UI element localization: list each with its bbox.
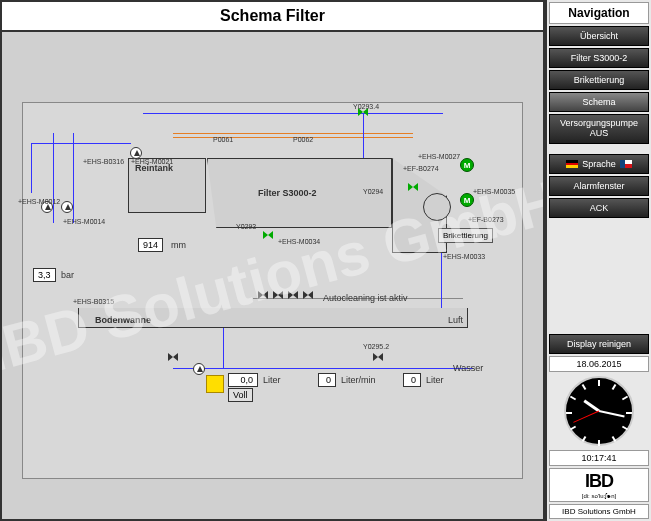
pump-bottom-icon bbox=[193, 363, 205, 375]
liter2-value: 0 bbox=[403, 373, 421, 387]
logo: IBD [di: so'lu:ʃən] bbox=[549, 468, 649, 502]
wasser-label: Wasser bbox=[453, 363, 483, 373]
liter-min-value: 0 bbox=[318, 373, 336, 387]
tag-ehs-b0316: +EHS-B0316 bbox=[83, 158, 124, 165]
tag-y0293: Y0293 bbox=[236, 223, 256, 230]
page-title: Schema Filter bbox=[220, 7, 325, 25]
tag-ef-b0274: +EF-B0274 bbox=[403, 165, 439, 172]
tag-ehs-m0014: +EHS-M0014 bbox=[63, 218, 105, 225]
nav-display-clean[interactable]: Display reinigen bbox=[549, 334, 649, 354]
brikettierung-button[interactable]: Brikettierung bbox=[438, 228, 493, 243]
liter-value: 0,0 bbox=[228, 373, 258, 387]
tag-ehs-m0034: +EHS-M0034 bbox=[278, 238, 320, 245]
pump-left2-icon bbox=[61, 201, 73, 213]
valve-row3[interactable] bbox=[288, 291, 298, 299]
schematic-canvas: IBD Solutions GmbH Reintank 914 bbox=[2, 32, 543, 519]
tag-y0295-2: Y0295.2 bbox=[363, 343, 389, 350]
motor-m0027: M bbox=[460, 158, 474, 172]
nav-ack[interactable]: ACK bbox=[549, 198, 649, 218]
tag-p0061: P0061 bbox=[213, 136, 233, 143]
bodenwanne-label: Bodenwanne bbox=[95, 315, 151, 325]
tag-p0062: P0062 bbox=[293, 136, 313, 143]
nav-filter[interactable]: Filter S3000-2 bbox=[549, 48, 649, 68]
tag-ehs-m0035: +EHS-M0035 bbox=[473, 188, 515, 195]
clock-minute-hand bbox=[599, 410, 625, 417]
drum-icon bbox=[423, 193, 451, 221]
valve-y0295-2[interactable] bbox=[373, 353, 383, 361]
nav-uebersicht[interactable]: Übersicht bbox=[549, 26, 649, 46]
liter-min-unit: Liter/min bbox=[341, 375, 376, 385]
tag-ehs-m0033: +EHS-M0033 bbox=[443, 253, 485, 260]
nav-title: Navigation bbox=[549, 2, 649, 24]
reintank-level-unit: mm bbox=[171, 240, 186, 250]
yellow-tank-icon bbox=[206, 375, 224, 393]
valve-row4[interactable] bbox=[303, 291, 313, 299]
valve-row2[interactable] bbox=[273, 291, 283, 299]
logo-subtext: [di: so'lu:ʃən] bbox=[552, 492, 646, 499]
valve-row1[interactable] bbox=[258, 291, 268, 299]
tag-ehs-m0027: +EHS-M0027 bbox=[418, 153, 460, 160]
flag-cz-icon bbox=[620, 160, 632, 168]
analog-clock bbox=[564, 376, 634, 446]
tag-ehs-m0012: +EHS-M0012 bbox=[18, 198, 60, 205]
diagram-frame: Reintank 914 mm Filter S3000-2 3,3 bar B… bbox=[22, 102, 523, 479]
clock-second-hand bbox=[573, 411, 599, 423]
tag-y0294: Y0294 bbox=[363, 188, 383, 195]
pressure-unit: bar bbox=[61, 270, 74, 280]
valve-y0294[interactable] bbox=[408, 183, 418, 191]
nav-schema[interactable]: Schema bbox=[549, 92, 649, 112]
tag-ef-b0273: +EF-B0273 bbox=[468, 216, 504, 223]
pressure-value: 3,3 bbox=[33, 268, 56, 282]
date-display: 18.06.2015 bbox=[549, 356, 649, 372]
nav-versorgungspumpe[interactable]: Versorgungspumpe AUS bbox=[549, 114, 649, 144]
liter2-unit: Liter bbox=[426, 375, 444, 385]
nav-brikettierung[interactable]: Brikettierung bbox=[549, 70, 649, 90]
autoclean-label: Autocleaning ist aktiv bbox=[323, 293, 408, 303]
title-bar: Schema Filter bbox=[2, 2, 543, 32]
reintank: Reintank bbox=[128, 158, 206, 213]
voll-indicator: Voll bbox=[228, 388, 253, 402]
nav-alarm[interactable]: Alarmfenster bbox=[549, 176, 649, 196]
motor-m0035: M bbox=[460, 193, 474, 207]
tag-y0293-4: Y0293.4 bbox=[353, 103, 379, 110]
valve-y0293[interactable] bbox=[263, 231, 273, 239]
tag-ehs-m0021: +EHS-M0021 bbox=[131, 158, 173, 165]
flag-de-icon bbox=[566, 160, 578, 168]
company-footer: IBD Solutions GmbH bbox=[549, 504, 649, 519]
reintank-level-value: 914 bbox=[138, 238, 163, 252]
valve-bottom1[interactable] bbox=[168, 353, 178, 361]
tag-ehs-b0315: +EHS-B0315 bbox=[73, 298, 114, 305]
liter-unit: Liter bbox=[263, 375, 281, 385]
nav-language[interactable]: Sprache bbox=[549, 154, 649, 174]
logo-text: IBD bbox=[552, 471, 646, 492]
luft-label: Luft bbox=[448, 315, 463, 325]
time-display: 10:17:41 bbox=[549, 450, 649, 466]
side-panel: Navigation Übersicht Filter S3000-2 Brik… bbox=[545, 0, 651, 521]
filter-label: Filter S3000-2 bbox=[258, 188, 317, 198]
